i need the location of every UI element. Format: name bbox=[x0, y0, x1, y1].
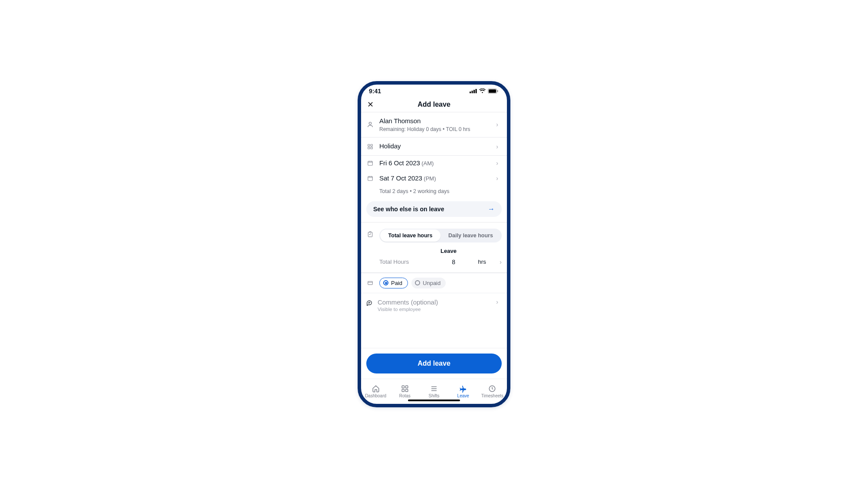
paid-pill[interactable]: Paid bbox=[379, 278, 408, 288]
tab-label: Dashboard bbox=[365, 393, 386, 398]
person-icon bbox=[366, 121, 374, 128]
svg-rect-13 bbox=[368, 177, 373, 180]
svg-point-7 bbox=[369, 122, 371, 124]
to-annotation: (PM) bbox=[424, 175, 436, 182]
from-annotation: (AM) bbox=[421, 160, 434, 167]
svg-rect-15 bbox=[368, 282, 373, 285]
total-hours-row[interactable]: Total Hours 8 hrs › bbox=[379, 257, 502, 267]
arrow-right-icon: → bbox=[488, 205, 495, 213]
status-time: 9:41 bbox=[369, 88, 381, 95]
leave-type-row[interactable]: Holiday › bbox=[361, 138, 507, 155]
radio-selected-icon bbox=[383, 280, 388, 285]
add-leave-button[interactable]: Add leave bbox=[366, 354, 502, 373]
chevron-right-icon: › bbox=[496, 160, 498, 167]
screen-header: ✕ Add leave bbox=[361, 98, 507, 112]
calendar-icon bbox=[366, 160, 374, 166]
tab-label: Timesheets bbox=[481, 393, 503, 398]
page-title: Add leave bbox=[418, 101, 450, 108]
chevron-right-icon: › bbox=[496, 143, 498, 150]
clipboard-icon bbox=[366, 229, 374, 237]
list-icon bbox=[430, 385, 438, 393]
svg-rect-11 bbox=[371, 147, 372, 149]
close-icon[interactable]: ✕ bbox=[367, 101, 374, 108]
svg-rect-17 bbox=[405, 386, 408, 388]
battery-icon bbox=[488, 88, 498, 94]
employee-name: Alan Thomson bbox=[379, 117, 491, 125]
comments-title: Comments (optional) bbox=[378, 298, 491, 306]
to-date: Sat 7 Oct 2023 bbox=[379, 174, 422, 182]
tab-label: Rotas bbox=[399, 393, 411, 398]
wallet-icon bbox=[366, 280, 374, 286]
radio-unselected-icon bbox=[415, 280, 420, 285]
svg-rect-10 bbox=[368, 147, 370, 149]
unpaid-label: Unpaid bbox=[423, 280, 441, 286]
tab-label: Leave bbox=[457, 393, 469, 398]
svg-rect-18 bbox=[402, 389, 404, 391]
comment-icon bbox=[366, 298, 372, 307]
comments-row[interactable]: Comments (optional) Visible to employee … bbox=[361, 293, 507, 319]
svg-rect-1 bbox=[472, 91, 473, 93]
chevron-right-icon: › bbox=[500, 259, 502, 265]
grid-icon bbox=[366, 144, 374, 150]
phone-frame: 9:41 ✕ Add leave Alan Thomson bbox=[358, 81, 510, 407]
wifi-icon bbox=[479, 88, 486, 93]
hours-column-head: Leave bbox=[441, 248, 457, 257]
total-hours-unit: hrs bbox=[478, 259, 500, 265]
leave-type-label: Holiday bbox=[379, 142, 491, 151]
employee-row[interactable]: Alan Thomson Remaining: Holiday 0 days •… bbox=[361, 112, 507, 138]
see-who-label: See who else is on leave bbox=[373, 206, 444, 213]
svg-rect-12 bbox=[368, 161, 373, 165]
svg-rect-2 bbox=[473, 90, 475, 93]
svg-rect-16 bbox=[402, 386, 404, 388]
chevron-right-icon: › bbox=[496, 175, 498, 182]
employee-remaining: Remaining: Holiday 0 days • TOIL 0 hrs bbox=[379, 126, 491, 132]
seg-daily-hours[interactable]: Daily leave hours bbox=[441, 229, 501, 242]
chevron-right-icon: › bbox=[496, 298, 498, 305]
see-who-on-leave[interactable]: See who else is on leave → bbox=[366, 201, 502, 217]
plane-icon bbox=[459, 385, 467, 393]
svg-rect-8 bbox=[368, 144, 370, 146]
svg-rect-0 bbox=[470, 92, 471, 93]
chevron-right-icon: › bbox=[496, 121, 498, 128]
status-bar: 9:41 bbox=[361, 85, 507, 98]
tab-label: Shifts bbox=[429, 393, 440, 398]
clock-icon bbox=[488, 385, 496, 393]
home-icon bbox=[372, 385, 380, 393]
tab-dashboard[interactable]: Dashboard bbox=[361, 379, 390, 404]
svg-rect-9 bbox=[371, 144, 372, 146]
seg-total-hours[interactable]: Total leave hours bbox=[380, 229, 441, 242]
svg-rect-19 bbox=[405, 389, 408, 391]
tab-timesheets[interactable]: Timesheets bbox=[478, 379, 507, 404]
svg-rect-6 bbox=[497, 90, 498, 92]
unpaid-pill[interactable]: Unpaid bbox=[411, 278, 446, 288]
svg-rect-5 bbox=[489, 89, 496, 93]
paid-label: Paid bbox=[391, 280, 402, 286]
total-hours-value: 8 bbox=[452, 259, 478, 265]
status-indicators bbox=[470, 88, 498, 94]
from-date: Fri 6 Oct 2023 bbox=[379, 159, 420, 167]
svg-rect-3 bbox=[476, 89, 477, 93]
grid-icon bbox=[401, 385, 409, 393]
calendar-icon bbox=[366, 175, 374, 181]
to-date-row[interactable]: Sat 7 Oct 2023 (PM) › bbox=[361, 171, 507, 186]
total-hours-label: Total Hours bbox=[379, 259, 452, 265]
hours-segmented-control: Total leave hours Daily leave hours bbox=[379, 229, 502, 242]
cellular-icon bbox=[470, 88, 477, 93]
date-totals: Total 2 days • 2 working days bbox=[361, 186, 507, 199]
from-date-row[interactable]: Fri 6 Oct 2023 (AM) › bbox=[361, 156, 507, 171]
comments-sub: Visible to employee bbox=[378, 307, 491, 312]
home-indicator bbox=[408, 400, 460, 401]
